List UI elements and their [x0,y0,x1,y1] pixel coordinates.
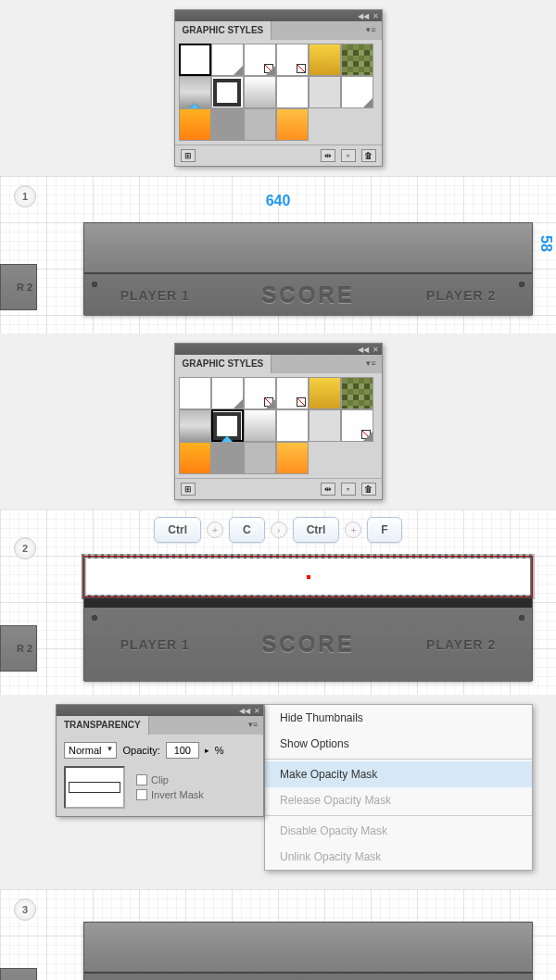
shortcut-row: Ctrl + C › Ctrl + F [0,509,556,550]
new-style-icon[interactable]: ▫ [341,149,356,162]
swatch-gradient[interactable] [244,409,276,442]
swatch[interactable] [276,76,309,108]
score-bar: PLAYER 1 SCORE PLAYER 2 [83,922,533,980]
tab-graphic-styles[interactable]: GRAPHIC STYLES [175,355,272,373]
panel-menu-icon[interactable]: ▾≡ [243,716,263,735]
swatch-frame[interactable] [211,409,244,442]
swatch-lightgray[interactable] [309,409,341,442]
score-bar-bottom: PLAYER 1 SCORE PLAYER 2 [84,608,532,682]
swatch-orange[interactable] [179,442,211,474]
rivet-icon [92,282,97,287]
swatch[interactable] [244,44,276,76]
trash-icon[interactable]: 🗑 [361,483,376,496]
close-icon[interactable]: ✕ [373,346,379,354]
library-icon[interactable]: ⊞ [181,483,196,496]
artboard-step2: 2 Ctrl + C › Ctrl + F R 2 PLAYER 1 SCORE… [0,509,556,695]
trash-icon[interactable]: 🗑 [361,149,376,162]
swatch-default[interactable] [179,44,211,76]
swatch-grid [175,40,382,144]
rivet-icon [92,615,97,621]
swatch-camo[interactable] [341,377,373,409]
step-badge: 2 [14,537,36,559]
menu-show-options[interactable]: Show Options [265,731,532,757]
swatch-metal[interactable] [179,76,211,108]
blend-mode-select[interactable]: Normal [64,742,117,759]
side-plate: R 2 [0,264,37,310]
panel-menu-icon[interactable]: ▾≡ [360,355,381,373]
panel-header: ◀◀ ✕ [175,10,382,21]
swatch-darkgray[interactable] [211,108,244,141]
swatch[interactable] [341,76,373,108]
swatch[interactable] [276,377,309,409]
artboard-step1: 1 640 58 R 2 PLAYER 1 SCORE PLAYER 2 [0,176,556,333]
swatch-gold[interactable] [309,377,341,409]
score-bar-bottom: PLAYER 1 SCORE PLAYER 2 [84,974,532,980]
plus-icon: + [345,521,361,538]
panel-header: ◀◀ ✕ [57,705,263,716]
step-badge: 3 [14,898,36,921]
swatch[interactable] [211,44,244,76]
swatch-default[interactable] [179,377,211,409]
clip-checkbox[interactable]: Clip [136,774,204,785]
player2-label: PLAYER 2 [426,288,496,303]
then-icon: › [271,521,287,538]
new-style-icon[interactable]: ▫ [341,483,356,496]
break-link-icon[interactable]: ⇹ [321,149,335,162]
swatch-gray[interactable] [244,442,276,474]
transparency-panel: ◀◀ ✕ TRANSPARENCY ▾≡ Normal Opacity: 100… [56,704,264,817]
arrow-up-icon [221,431,233,442]
side-plate: R 2 [0,625,37,672]
panel-header: ◀◀ ✕ [175,344,382,355]
mask-thumbnail[interactable] [64,766,125,809]
collapse-icon[interactable]: ◀◀ [358,346,369,354]
swatch-metal[interactable] [179,409,211,442]
swatch[interactable] [211,377,244,409]
panel-menu-icon[interactable]: ▾≡ [360,21,381,40]
swatch[interactable] [276,44,309,76]
panel-tabbar: GRAPHIC STYLES ▾≡ [175,355,382,373]
menu-disable-opacity-mask: Disable Opacity Mask [265,818,532,844]
menu-make-opacity-mask[interactable]: Make Opacity Mask [265,761,532,787]
invert-mask-checkbox[interactable]: Invert Mask [136,789,204,800]
swatch-darkgray[interactable] [211,442,244,474]
tab-transparency[interactable]: TRANSPARENCY [57,716,149,735]
step-badge: 1 [14,185,36,207]
swatch-frame[interactable] [211,76,244,108]
plus-icon: + [207,521,223,538]
score-bar-top [84,923,532,974]
selection-rect[interactable] [83,556,533,597]
swatch[interactable] [244,377,276,409]
panel-tabbar: TRANSPARENCY ▾≡ [57,716,263,735]
key-ctrl: Ctrl [154,517,201,543]
swatch-gradient[interactable] [244,76,276,108]
swatch-orange[interactable] [179,108,211,141]
key-c: C [229,517,265,543]
close-icon[interactable]: ✕ [254,707,260,715]
collapse-icon[interactable]: ◀◀ [239,707,250,715]
swatch[interactable] [276,409,309,442]
swatch-orange2[interactable] [276,108,309,141]
graphic-styles-panel: ◀◀ ✕ GRAPHIC STYLES ▾≡ ⊞ ⇹ ▫ 🗑 [174,9,383,167]
menu-hide-thumbnails[interactable]: Hide Thumbnails [265,705,532,731]
opacity-stepper-icon[interactable]: ▸ [205,746,209,755]
close-icon[interactable]: ✕ [373,12,379,20]
score-bar: PLAYER 1 SCORE PLAYER 2 [83,222,533,315]
player1-label: PLAYER 1 [120,288,190,303]
swatch[interactable] [341,409,373,442]
rivet-icon [519,282,524,287]
score-label: SCORE [261,632,354,658]
break-link-icon[interactable]: ⇹ [321,483,335,496]
library-icon[interactable]: ⊞ [181,149,196,162]
swatch-camo[interactable] [341,44,373,76]
swatch-gray[interactable] [244,108,276,141]
tab-graphic-styles[interactable]: GRAPHIC STYLES [175,21,272,40]
collapse-icon[interactable]: ◀◀ [358,12,369,20]
swatch-lightgray[interactable] [309,76,341,108]
swatch-gold[interactable] [309,44,341,76]
panel-footer: ⊞ ⇹ ▫ 🗑 [175,144,382,166]
panel-flyout-menu: Hide Thumbnails Show Options Make Opacit… [264,704,533,871]
center-handle[interactable] [307,575,310,579]
swatch-orange2[interactable] [276,442,309,474]
percent-label: % [215,745,224,756]
opacity-input[interactable]: 100 [166,742,199,759]
